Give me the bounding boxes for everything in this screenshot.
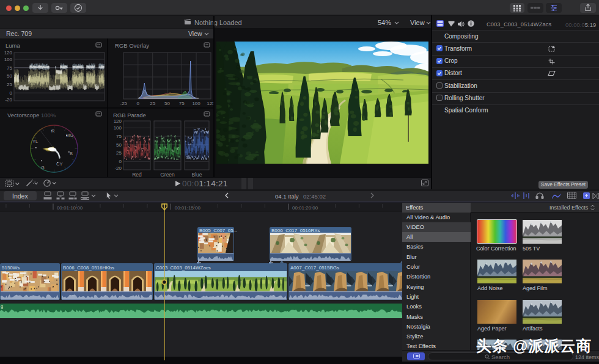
svg-text:00:01:20:00: 00:01:20:00 <box>292 205 318 211</box>
svg-text:G: G <box>41 165 45 170</box>
svg-text:MG: MG <box>66 133 73 138</box>
svg-text:100: 100 <box>192 101 200 106</box>
svg-text:B006_C008_0516HKbs: B006_C008_0516HKbs <box>63 265 114 271</box>
svg-text:B005_C007_05...: B005_C007_05... <box>199 228 237 233</box>
svg-text:75: 75 <box>179 101 185 106</box>
svg-text:100: 100 <box>4 57 13 62</box>
svg-text:120: 120 <box>114 118 122 124</box>
svg-text:0: 0 <box>10 90 13 96</box>
svg-text:0: 0 <box>137 101 140 106</box>
svg-text:50: 50 <box>7 73 12 79</box>
svg-text:00:01:15:00: 00:01:15:00 <box>175 205 201 211</box>
svg-text:Blue: Blue <box>191 172 202 178</box>
svg-text:120: 120 <box>4 50 13 56</box>
svg-text:RGB Parade: RGB Parade <box>113 112 146 118</box>
svg-text:0: 0 <box>119 159 122 164</box>
svg-text:75: 75 <box>7 65 12 71</box>
svg-text:-25: -25 <box>120 101 127 106</box>
svg-text:-20: -20 <box>114 166 122 171</box>
svg-text:B: B <box>70 151 73 156</box>
svg-text:CY: CY <box>56 161 62 167</box>
svg-text:-20: -20 <box>5 97 12 103</box>
svg-text:100: 100 <box>114 125 122 131</box>
svg-text:75: 75 <box>116 134 122 139</box>
svg-text:g: g <box>1 304 3 309</box>
svg-text:A007_C017_0515BGs: A007_C017_0515BGs <box>290 265 339 271</box>
svg-text:50: 50 <box>116 142 122 148</box>
svg-text:RGB Overlay: RGB Overlay <box>115 42 149 49</box>
svg-text:B006_C017_0516RXs: B006_C017_0516RXs <box>271 228 320 233</box>
svg-text:00:01:10:00: 00:01:10:00 <box>57 205 83 211</box>
svg-text:25: 25 <box>150 101 155 106</box>
svg-text:Red: Red <box>132 172 142 178</box>
svg-text:25: 25 <box>7 82 12 87</box>
svg-text:Vectorscope 100%: Vectorscope 100% <box>7 112 56 118</box>
svg-text:25: 25 <box>116 150 122 156</box>
svg-text:YL: YL <box>32 139 38 144</box>
svg-text:125: 125 <box>207 101 213 106</box>
svg-text:50: 50 <box>164 101 170 106</box>
svg-text:Luma: Luma <box>6 42 20 49</box>
svg-text:Green: Green <box>160 172 175 178</box>
svg-text:5150Ws: 5150Ws <box>2 265 20 271</box>
